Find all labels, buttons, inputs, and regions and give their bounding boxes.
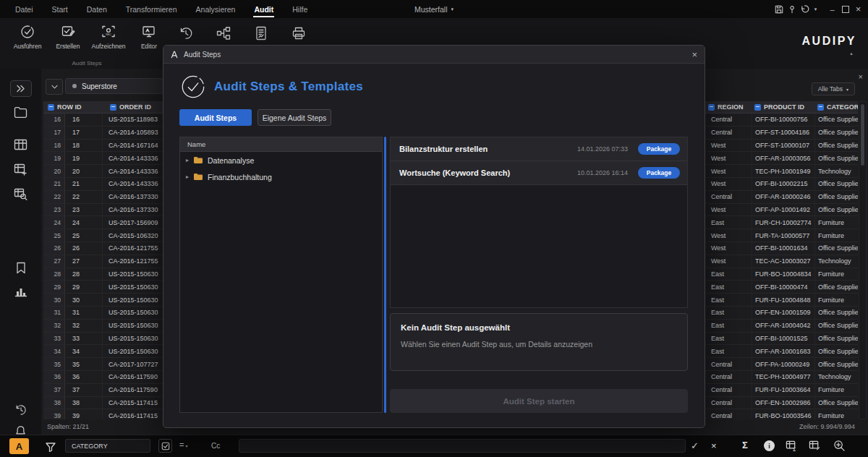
column-header-category[interactable]: CATEGORY xyxy=(817,101,858,113)
table-row[interactable]: 2323CA-2016-137330 xyxy=(43,204,163,217)
history-icon[interactable] xyxy=(0,403,41,417)
tree-item-finanzbuchhaltung[interactable]: ▸ Finanzbuchhaltung xyxy=(180,168,382,185)
dialog-titlebar[interactable]: Audit Steps × xyxy=(163,46,705,64)
table-row[interactable]: 2727CA-2016-121755 xyxy=(43,255,163,268)
folder-icon[interactable] xyxy=(0,106,41,118)
table-row[interactable]: CentralOFF-EN-10002986Office Supplies xyxy=(705,397,858,410)
table-row[interactable]: EastFUR-BO-10004834Furniture xyxy=(705,268,858,281)
case-selector[interactable]: Musterfall ▾ xyxy=(414,5,454,14)
table-row[interactable]: 3232US-2015-150630 xyxy=(43,320,163,333)
table-row[interactable]: 2222CA-2016-137330 xyxy=(43,191,163,204)
checkbox-icon[interactable] xyxy=(158,439,172,453)
close-dialog-icon[interactable]: × xyxy=(692,50,697,59)
table-row[interactable]: EastOFF-BI-10000474Office Supplies xyxy=(705,281,858,294)
run-audit-step-button[interactable]: Ausführen xyxy=(9,24,46,50)
table-row[interactable]: 3636CA-2016-117590 xyxy=(43,371,163,384)
table-row[interactable]: 3333US-2015-150630 xyxy=(43,333,163,346)
table-row[interactable]: WestOFF-BI-10001634Office Supplies xyxy=(705,242,858,255)
table-row[interactable]: CentralOFF-BI-10000756Office Supplies xyxy=(705,114,858,127)
close-icon[interactable]: × xyxy=(853,0,864,18)
table-row[interactable]: WestOFF-AP-10001492Office Supplies xyxy=(705,204,858,217)
menu-item-hilfe[interactable]: Hilfe xyxy=(283,0,317,18)
tab-eigene-audit-steps[interactable]: Eigene Audit Steps xyxy=(258,109,331,126)
audit-step-item[interactable]: Bilanzstruktur erstellen 14.01.2026 07:3… xyxy=(391,137,687,161)
sum-icon[interactable]: Σ xyxy=(742,440,748,450)
clear-filter-icon[interactable]: × xyxy=(711,440,717,451)
table-row[interactable]: 2828US-2015-150630 xyxy=(43,268,163,281)
apply-filter-icon[interactable]: ✓ xyxy=(691,440,699,451)
zoom-icon[interactable] xyxy=(833,440,846,455)
table-row[interactable]: CentralOFF-PA-10000249Office Supplies xyxy=(705,358,858,371)
table-row[interactable]: WestTEC-AC-10003027Technology xyxy=(705,255,858,268)
menu-item-analysieren[interactable]: Analysieren xyxy=(187,0,245,18)
printer-icon[interactable] xyxy=(291,25,307,44)
restore-icon[interactable] xyxy=(840,0,851,18)
minimize-icon[interactable]: – xyxy=(827,0,838,18)
operator-equals-button[interactable]: =▾ xyxy=(179,440,187,449)
table-row[interactable]: CentralTEC-PH-10004977Technology xyxy=(705,371,858,384)
bookmark-icon[interactable] xyxy=(0,262,41,274)
table-row[interactable]: CentralOFF-ST-10004186Office Supplies xyxy=(705,127,858,140)
table-row[interactable]: 3535CA-2017-107727 xyxy=(43,358,163,371)
start-audit-step-button[interactable]: Audit Step starten xyxy=(390,389,688,413)
table-row[interactable]: 2929US-2015-150630 xyxy=(43,281,163,294)
tab-list-dropdown[interactable] xyxy=(46,79,63,95)
table-row[interactable]: 2525CA-2015-106320 xyxy=(43,229,163,242)
table-row[interactable]: EastOFF-BI-10001525Office Supplies xyxy=(705,333,858,346)
table-row[interactable]: 3030US-2015-150630 xyxy=(43,294,163,307)
table-row[interactable]: EastFUR-CH-10002774Furniture xyxy=(705,216,858,229)
table-sum-icon[interactable]: Σ xyxy=(786,440,797,454)
menu-item-datei[interactable]: Datei xyxy=(6,0,43,18)
audit-step-item[interactable]: Wortsuche (Keyword Search) 10.01.2026 16… xyxy=(391,161,687,185)
tab-audit-steps[interactable]: Audit Steps xyxy=(179,109,252,126)
table-row[interactable]: CentralFUR-FU-10003664Furniture xyxy=(705,384,858,397)
history-icon[interactable] xyxy=(178,25,194,44)
table-row[interactable]: 1818CA-2014-167164 xyxy=(43,140,163,153)
table-row[interactable]: CentralFUR-BO-10003546Furniture xyxy=(705,409,858,419)
filter-column-field[interactable]: CATEGORY xyxy=(65,439,150,453)
save-icon[interactable] xyxy=(773,0,784,18)
tree-column-header[interactable]: Name xyxy=(180,137,382,152)
audipy-app-logo[interactable]: A xyxy=(9,438,29,454)
flow-icon[interactable] xyxy=(216,25,231,44)
table-row[interactable]: CentralOFF-AR-10000246Office Supplies xyxy=(705,191,858,204)
pin-icon[interactable] xyxy=(786,0,797,18)
vertical-scrollbar[interactable] xyxy=(859,101,867,419)
tab-superstore[interactable]: Superstore xyxy=(65,78,163,94)
table-row[interactable]: 3939CA-2016-117415 xyxy=(43,409,163,419)
table-icon[interactable] xyxy=(0,139,41,150)
report-icon[interactable] xyxy=(253,25,269,44)
editor-button[interactable]: Editor xyxy=(130,24,168,50)
menu-item-audit[interactable]: Audit xyxy=(244,0,283,18)
table-row[interactable]: WestOFF-BI-10002215Office Supplies xyxy=(705,178,858,191)
table-row[interactable]: 1717CA-2014-105893 xyxy=(43,127,163,140)
table-row[interactable]: 3838CA-2015-117415 xyxy=(43,397,163,410)
table-row[interactable]: 2626CA-2016-121755 xyxy=(43,242,163,255)
menu-item-transformieren[interactable]: Transformieren xyxy=(116,0,187,18)
table-edit-icon[interactable] xyxy=(809,440,820,454)
table-row[interactable]: EastOFF-EN-10001509Office Supplies xyxy=(705,307,858,320)
table-row[interactable]: WestFUR-TA-10000577Furniture xyxy=(705,229,858,242)
panel-splitter[interactable] xyxy=(384,137,386,413)
menu-item-daten[interactable]: Daten xyxy=(77,0,116,18)
table-row[interactable]: 2020CA-2014-143336 xyxy=(43,165,163,178)
scrollbar-thumb[interactable] xyxy=(861,104,864,166)
package-badge[interactable]: Package xyxy=(638,167,680,179)
table-row[interactable]: 3737CA-2016-117590 xyxy=(43,384,163,397)
info-icon[interactable]: i xyxy=(764,440,775,451)
chevron-down-icon[interactable]: ▾ xyxy=(812,0,819,18)
tree-item-datenanalyse[interactable]: ▸ Datenanalyse xyxy=(180,152,382,168)
table-row[interactable]: 2121CA-2014-143336 xyxy=(43,178,163,191)
table-row[interactable]: 3131US-2015-150630 xyxy=(43,307,163,320)
match-case-button[interactable]: Cc xyxy=(211,442,220,450)
menu-item-start[interactable]: Start xyxy=(43,0,77,18)
package-badge[interactable]: Package xyxy=(638,143,680,155)
table-add-icon[interactable] xyxy=(0,163,41,176)
table-row[interactable]: EastOFF-AR-10004042Office Supplies xyxy=(705,320,858,333)
filter-value-input[interactable] xyxy=(239,439,686,453)
table-row[interactable]: WestOFF-ST-10000107Office Supplies xyxy=(705,140,858,153)
table-row[interactable]: WestTEC-PH-10001949Technology xyxy=(705,165,858,178)
table-search-icon[interactable] xyxy=(0,188,41,200)
create-audit-step-button[interactable]: Erstellen xyxy=(49,24,87,50)
table-row[interactable]: 2424US-2017-156909 xyxy=(43,216,163,229)
